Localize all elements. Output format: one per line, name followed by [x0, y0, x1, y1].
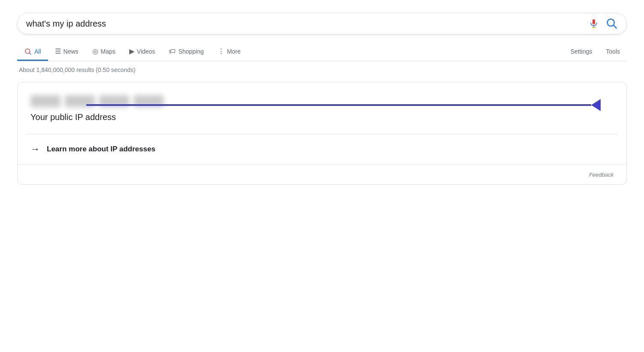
maps-tab-icon: ◎: [92, 47, 98, 55]
tab-more[interactable]: ⋮ More: [211, 43, 248, 61]
arrow-annotation: [52, 99, 601, 111]
ip-result-card: Your public IP address → Learn more abou…: [17, 82, 627, 185]
svg-line-4: [614, 25, 616, 28]
news-tab-icon: ☰: [55, 47, 61, 55]
tools-link[interactable]: Tools: [599, 44, 627, 60]
search-icons: [589, 18, 618, 30]
nav-right: Settings Tools: [564, 44, 627, 60]
feedback-link[interactable]: Feedback: [589, 171, 614, 178]
mic-icon[interactable]: [589, 18, 599, 29]
tab-all[interactable]: All: [17, 43, 48, 61]
nav-tabs: All ☰ News ◎ Maps ▶ Videos 🏷 Shopping ⋮ …: [17, 43, 627, 61]
arrow-right-icon: →: [30, 144, 40, 155]
more-tab-icon: ⋮: [218, 47, 225, 55]
arrow-head: [591, 99, 601, 111]
tab-maps[interactable]: ◎ Maps: [85, 43, 122, 61]
ip-address-label: Your public IP address: [30, 112, 614, 122]
learn-more-link[interactable]: → Learn more about IP addresses: [18, 134, 626, 164]
shopping-tab-icon: 🏷: [169, 48, 176, 55]
svg-rect-0: [592, 19, 595, 24]
arrow-line: [86, 104, 591, 106]
all-tab-icon: [24, 48, 32, 55]
search-input[interactable]: what's my ip address: [26, 19, 589, 29]
search-button-icon[interactable]: [606, 18, 618, 30]
search-bar: what's my ip address: [17, 13, 627, 34]
tab-videos[interactable]: ▶ Videos: [122, 43, 162, 61]
svg-line-6: [29, 53, 30, 54]
videos-tab-icon: ▶: [129, 47, 134, 55]
results-count: About 1,840,000,000 results (0.50 second…: [17, 66, 627, 73]
tab-shopping[interactable]: 🏷 Shopping: [162, 43, 210, 61]
learn-more-text: Learn more about IP addresses: [47, 145, 155, 153]
tab-news[interactable]: ☰ News: [48, 43, 85, 61]
feedback-section: Feedback: [18, 165, 626, 184]
ip-display-section: Your public IP address: [18, 82, 626, 134]
settings-link[interactable]: Settings: [564, 44, 599, 60]
